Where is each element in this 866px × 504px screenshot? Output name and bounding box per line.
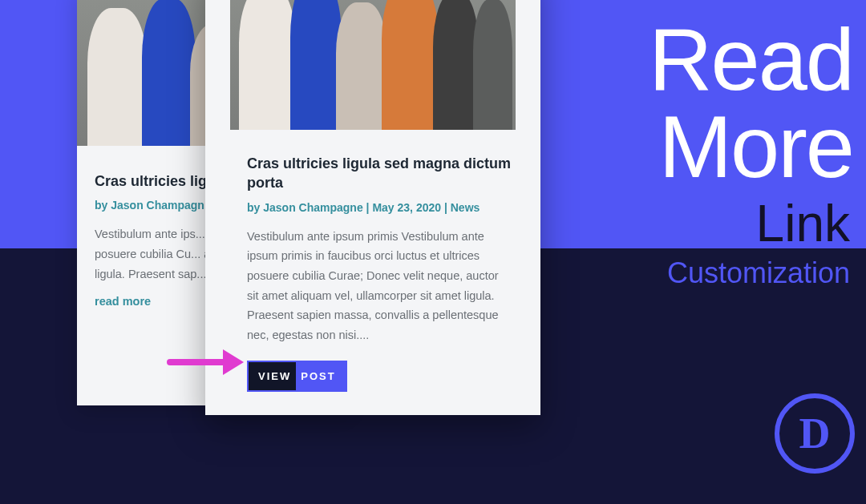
headline-line2: More bbox=[649, 105, 853, 189]
post-meta-front: by Jason Champagne | May 23, 2020 | News bbox=[247, 201, 513, 214]
view-post-label-part1: VIEW bbox=[249, 362, 296, 390]
headline-line1: Read bbox=[649, 18, 853, 102]
headline-block: Read More bbox=[649, 18, 853, 188]
post-image-front bbox=[230, 0, 516, 130]
meta-date: May 23, 2020 bbox=[372, 201, 441, 214]
meta-sep2: | bbox=[441, 201, 451, 214]
post-card-front: Cras ultricies ligula sed magna dictum p… bbox=[205, 0, 540, 415]
post-excerpt-front: Vestibulum ante ipsum primis Vestibulum … bbox=[247, 227, 513, 345]
divi-logo-letter: D bbox=[799, 409, 831, 458]
meta-sep1: | bbox=[363, 201, 373, 214]
svg-marker-1 bbox=[223, 349, 244, 375]
meta-by: by bbox=[247, 201, 263, 214]
headline-sub2: Customization bbox=[667, 256, 850, 290]
readmore-link[interactable]: read more bbox=[95, 295, 151, 308]
view-post-button[interactable]: VIEW POST bbox=[247, 361, 347, 392]
page-root: Read More Link Customization D Cras ultr… bbox=[0, 0, 866, 504]
meta-author-link[interactable]: Jason Champagne bbox=[263, 201, 362, 214]
divi-logo: D bbox=[775, 393, 855, 474]
view-post-label-part2: POST bbox=[296, 362, 345, 390]
headline-sub1: Link bbox=[756, 194, 850, 253]
post-title-front[interactable]: Cras ultricies ligula sed magna dictum p… bbox=[247, 154, 513, 193]
post-body-front: Cras ultricies ligula sed magna dictum p… bbox=[205, 130, 540, 411]
meta-category-link[interactable]: News bbox=[451, 201, 480, 214]
callout-arrow-icon bbox=[167, 345, 244, 380]
